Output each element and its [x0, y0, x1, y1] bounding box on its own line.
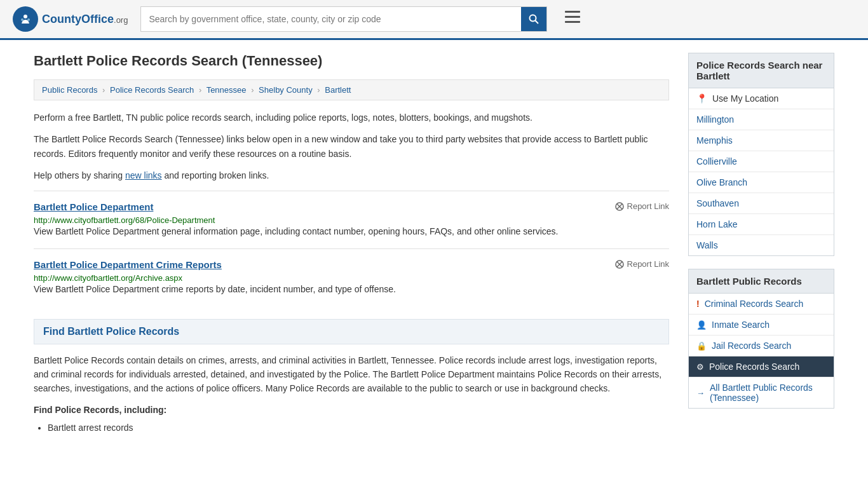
svg-point-4	[530, 15, 536, 22]
sidebar-item[interactable]: ⚙ Police Records Search	[689, 356, 834, 377]
svg-point-3	[27, 18, 30, 21]
find-body-text: Bartlett Police Records contain details …	[34, 353, 669, 396]
person-icon: 👤	[696, 320, 707, 330]
sidebar-item[interactable]: Southaven	[689, 193, 834, 214]
sidebar-use-location[interactable]: 📍 Use My Location	[689, 88, 834, 109]
sidebar-nearby-link[interactable]: Millington	[689, 109, 834, 130]
lock-icon: 🔒	[696, 341, 707, 351]
nearby-list: 📍 Use My Location MillingtonMemphisColli…	[688, 88, 834, 256]
new-links-link[interactable]: new links	[125, 170, 162, 180]
logo-link[interactable]: CountyOffice.org	[13, 6, 128, 32]
sidebar-item[interactable]: Memphis	[689, 130, 834, 151]
svg-rect-8	[565, 21, 580, 23]
link-description: View Bartlett Police Department general …	[34, 225, 669, 238]
link-card-title[interactable]: Bartlett Police Department	[34, 201, 153, 212]
svg-rect-6	[565, 11, 580, 13]
sidebar-item[interactable]: Olive Branch	[689, 172, 834, 193]
search-bar	[140, 6, 547, 32]
sidebar-nearby-link[interactable]: Olive Branch	[689, 172, 834, 193]
sidebar-public-records-title: Bartlett Public Records	[688, 269, 834, 294]
svg-rect-7	[565, 16, 580, 18]
sidebar-nearby-link[interactable]: Southaven	[689, 193, 834, 214]
sidebar-item[interactable]: Walls	[689, 235, 834, 255]
search-button[interactable]	[521, 7, 546, 31]
list-item: Bartlett arrest records	[48, 420, 669, 436]
sidebar-item[interactable]: Millington	[689, 109, 834, 130]
sidebar-public-records-link[interactable]: → All Bartlett Public Records (Tennessee…	[689, 377, 834, 408]
breadcrumb-tennessee[interactable]: Tennessee	[207, 85, 247, 95]
sidebar-active-item[interactable]: ⚙ Police Records Search	[689, 356, 834, 377]
logo-icon	[13, 6, 38, 32]
sidebar-nearby-link[interactable]: Collierville	[689, 151, 834, 172]
link-card: Bartlett Police Department Report Link h…	[34, 191, 669, 248]
arrow-icon: →	[696, 388, 705, 398]
sidebar-item[interactable]: Horn Lake	[689, 214, 834, 235]
svg-line-5	[536, 21, 539, 24]
sidebar-nearby-link[interactable]: Walls	[689, 235, 834, 255]
breadcrumb-police-records-search[interactable]: Police Records Search	[110, 85, 194, 95]
main-container: Bartlett Police Records Search (Tennesse…	[21, 40, 847, 449]
logo-text: CountyOffice.org	[42, 13, 128, 25]
link-url[interactable]: http://www.cityofbartlett.org/68/Police-…	[34, 215, 215, 225]
find-section-header: Find Bartlett Police Records	[34, 319, 669, 344]
breadcrumb: Public Records › Police Records Search ›…	[34, 79, 669, 100]
gear-icon: ⚙	[696, 362, 704, 372]
sidebar-item[interactable]: 🔒 Jail Records Search	[689, 336, 834, 356]
link-card-title[interactable]: Bartlett Police Department Crime Reports	[34, 259, 222, 270]
link-cards: Bartlett Police Department Report Link h…	[34, 191, 669, 306]
link-url[interactable]: http://www.cityofbartlett.org/Archive.as…	[34, 273, 182, 283]
breadcrumb-shelby-county[interactable]: Shelby County	[259, 85, 313, 95]
exclaim-icon: !	[696, 299, 700, 309]
site-header: CountyOffice.org	[0, 0, 868, 40]
breadcrumb-bartlett[interactable]: Bartlett	[325, 85, 351, 95]
page-title: Bartlett Police Records Search (Tennesse…	[34, 53, 669, 69]
menu-button[interactable]	[560, 8, 585, 30]
search-input[interactable]	[141, 9, 521, 29]
sidebar-item[interactable]: ! Criminal Records Search	[689, 294, 834, 315]
report-link-button[interactable]: Report Link	[614, 259, 669, 269]
public-records-list: ! Criminal Records Search 👤 Inmate Searc…	[688, 294, 834, 409]
sidebar-nearby-link[interactable]: Memphis	[689, 130, 834, 151]
sidebar-public-records-link[interactable]: 🔒 Jail Records Search	[689, 336, 834, 356]
pin-icon: 📍	[696, 93, 707, 104]
sidebar-item[interactable]: 📍 Use My Location	[689, 88, 834, 109]
intro-paragraph-1: Perform a free Bartlett, TN public polic…	[34, 111, 669, 125]
svg-point-1	[24, 15, 27, 18]
link-card: Bartlett Police Department Crime Reports…	[34, 248, 669, 306]
sidebar-public-records-link[interactable]: ! Criminal Records Search	[689, 294, 834, 314]
intro-paragraph-3: Help others by sharing new links and rep…	[34, 168, 669, 182]
sidebar-item[interactable]: 👤 Inmate Search	[689, 315, 834, 336]
svg-point-0	[18, 11, 33, 27]
sidebar-item[interactable]: → All Bartlett Public Records (Tennessee…	[689, 377, 834, 408]
sidebar-public-records-link[interactable]: 👤 Inmate Search	[689, 315, 834, 335]
sidebar-item[interactable]: Collierville	[689, 151, 834, 172]
bullet-list: Bartlett arrest records	[34, 420, 669, 436]
sidebar-nearby-link[interactable]: Horn Lake	[689, 214, 834, 234]
find-sub-label: Find Police Records, including:	[34, 405, 669, 415]
sidebar: Police Records Search near Bartlett 📍 Us…	[688, 53, 834, 436]
sidebar-nearby-title: Police Records Search near Bartlett	[688, 53, 834, 88]
report-link-button[interactable]: Report Link	[614, 201, 669, 212]
intro-paragraph-2: The Bartlett Police Records Search (Tenn…	[34, 132, 669, 161]
svg-point-2	[21, 18, 24, 21]
breadcrumb-public-records[interactable]: Public Records	[42, 85, 97, 95]
content-area: Bartlett Police Records Search (Tennesse…	[34, 53, 669, 436]
link-description: View Bartlett Police Department crime re…	[34, 283, 669, 296]
